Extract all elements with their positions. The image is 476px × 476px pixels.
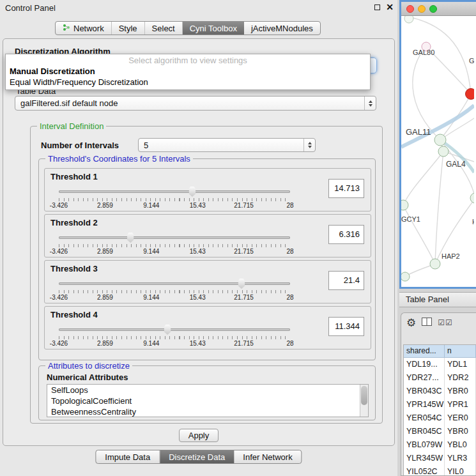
slider-scale: -3.426 2.859 9.144 15.43 21.715 28 <box>59 248 290 256</box>
table-row[interactable]: YER054CYER0 <box>404 411 476 425</box>
cell[interactable]: YDR27... <box>404 371 445 385</box>
scale-label: 9.144 <box>143 294 159 301</box>
cell[interactable]: YDL19... <box>404 358 445 371</box>
table-row[interactable]: YBR043CYBR0 <box>404 385 476 398</box>
threshold-2-value[interactable]: 6.316 <box>328 225 364 244</box>
combo-stepper-icon[interactable] <box>364 96 376 110</box>
table-row[interactable]: YDL19...YDL1 <box>404 358 476 371</box>
cell[interactable]: YLR3 <box>445 452 476 465</box>
cell[interactable]: YDL1 <box>445 358 476 371</box>
close-icon[interactable]: ✕ <box>386 3 394 11</box>
threshold-2-label: Threshold 2 <box>50 218 98 227</box>
threshold-3-slider[interactable] <box>59 277 290 290</box>
cell[interactable]: YER0 <box>445 411 476 425</box>
scale-label: -3.426 <box>50 202 68 209</box>
threshold-4-value[interactable]: 11.344 <box>328 317 364 336</box>
node-hap2[interactable] <box>430 259 440 269</box>
scrollbar-thumb[interactable] <box>361 386 367 405</box>
column-header-shared-name[interactable]: shared... <box>404 345 445 358</box>
threshold-2-slider[interactable] <box>59 231 290 244</box>
threshold-3-value[interactable]: 21.4 <box>328 271 364 290</box>
minimize-traffic-light-icon[interactable] <box>418 5 426 13</box>
threshold-1-label: Threshold 1 <box>50 172 98 181</box>
float-window-icon[interactable] <box>374 4 380 10</box>
scale-label: 15.43 <box>190 340 206 347</box>
slider-track[interactable] <box>59 236 290 239</box>
number-of-intervals-combobox[interactable]: 5 <box>138 138 316 152</box>
number-of-intervals-label: Number of Intervals <box>41 141 119 150</box>
cell[interactable]: YBR043C <box>404 385 445 398</box>
tab-network[interactable]: Network <box>56 22 112 35</box>
list-item[interactable]: TopologicalCoefficient <box>47 395 368 406</box>
cell[interactable]: YER054C <box>404 411 445 425</box>
table-row[interactable]: YPR145WYPR1 <box>404 398 476 411</box>
node-selected-red[interactable] <box>466 89 475 100</box>
tab-style[interactable]: Style <box>112 22 145 35</box>
column-header-name[interactable]: n <box>445 345 476 358</box>
cell[interactable]: YDR2 <box>445 371 476 385</box>
table-row[interactable]: YDR27...YDR2 <box>404 371 476 385</box>
node-gal11[interactable] <box>434 134 446 146</box>
tab-discretize-data[interactable]: Discretize Data <box>160 450 234 463</box>
slider-thumb[interactable] <box>237 278 245 289</box>
window-title: Control Panel <box>5 3 56 13</box>
algorithm-placeholder: Select algorithm to view settings <box>6 54 370 66</box>
slider-track[interactable] <box>59 190 290 193</box>
slider-track[interactable] <box>59 328 290 331</box>
node-label-partial: H <box>472 218 474 226</box>
table-panel-header[interactable]: Table Panel <box>399 292 476 307</box>
apply-button[interactable]: Apply <box>179 429 219 442</box>
attributes-group: Attributes to discretize Numerical Attri… <box>38 365 376 420</box>
scale-label: 15.43 <box>190 248 206 255</box>
attribute-list[interactable]: SelfLoops TopologicalCoefficient Between… <box>47 384 369 417</box>
table-row[interactable]: YIL052CYIL0 <box>404 465 476 476</box>
threshold-1-panel: Threshold 1 -3.426 2.859 9.144 15.43 21.… <box>44 168 371 211</box>
slider-track[interactable] <box>59 282 290 285</box>
threshold-1-value[interactable]: 14.713 <box>328 179 364 198</box>
cell[interactable]: YBL079W <box>404 438 445 452</box>
tab-label: Impute Data <box>105 452 150 462</box>
cell[interactable]: YPR145W <box>404 398 445 411</box>
select-all-checkbox-icon[interactable]: ☑☑ <box>438 319 453 326</box>
slider-thumb[interactable] <box>164 324 172 335</box>
cell[interactable]: YBR045C <box>404 425 445 438</box>
cell[interactable]: YBL0 <box>445 438 476 452</box>
threshold-1-slider[interactable] <box>59 185 290 198</box>
gear-icon[interactable]: ⚙ <box>406 318 416 328</box>
list-item[interactable]: BetweennessCentrality <box>47 406 368 417</box>
cell[interactable]: YBR0 <box>445 425 476 438</box>
node-gcy1[interactable] <box>401 200 408 210</box>
threshold-4-slider[interactable] <box>59 323 290 336</box>
table-row[interactable]: YBL079WYBL0 <box>404 438 476 452</box>
tab-impute-data[interactable]: Impute Data <box>96 450 160 463</box>
combo-stepper-icon[interactable] <box>303 139 315 151</box>
cell[interactable]: YIL0 <box>445 465 476 476</box>
zoom-traffic-light-icon[interactable] <box>429 5 437 13</box>
scale-label: 15.43 <box>190 202 206 209</box>
cell[interactable]: YLR345W <box>404 452 445 465</box>
list-scrollbar[interactable] <box>360 385 368 417</box>
slider-thumb[interactable] <box>188 186 196 197</box>
slider-scale: -3.426 2.859 9.144 15.43 21.715 28 <box>59 340 290 348</box>
tab-cyni-toolbox[interactable]: Cyni Toolbox <box>183 22 244 35</box>
network-window-titlebar[interactable] <box>401 2 476 16</box>
cell[interactable]: YPR1 <box>445 398 476 411</box>
slider-scale: -3.426 2.859 9.144 15.43 21.715 28 <box>59 202 290 210</box>
network-canvas[interactable]: GAL80 GA GAL11 GAL4 GCY1 H HAP2 <box>401 16 476 286</box>
tab-jactivemnodules[interactable]: jActiveMNodules <box>244 22 320 35</box>
columns-icon[interactable] <box>422 318 432 328</box>
node-gal4[interactable] <box>438 146 449 157</box>
table-data-combobox[interactable]: galFiltered.sif default node <box>15 96 376 111</box>
slider-thumb[interactable] <box>127 232 135 243</box>
tab-select[interactable]: Select <box>145 22 183 35</box>
table-row[interactable]: YBR045CYBR0 <box>404 425 476 438</box>
close-traffic-light-icon[interactable] <box>406 5 414 13</box>
tab-label: Discretize Data <box>169 452 225 462</box>
cell[interactable]: YBR0 <box>445 385 476 398</box>
tab-infer-network[interactable]: Infer Network <box>234 450 301 463</box>
list-item[interactable]: SelfLoops <box>47 385 368 395</box>
cell[interactable]: YIL052C <box>404 465 445 476</box>
popup-item-equal-width[interactable]: Equal Width/Frequency Discretization <box>6 77 370 88</box>
popup-item-manual-discretization[interactable]: Manual Discretization <box>6 66 370 77</box>
table-row[interactable]: YLR345WYLR3 <box>404 452 476 465</box>
